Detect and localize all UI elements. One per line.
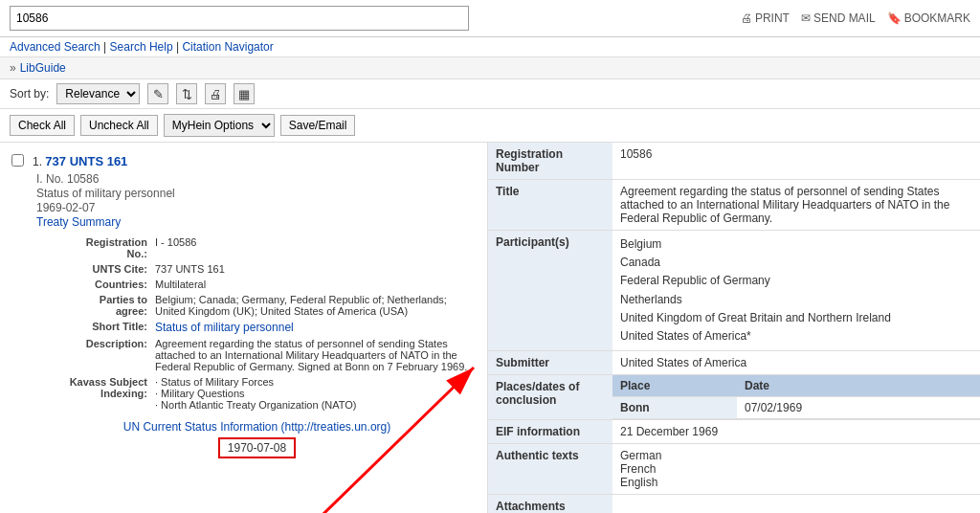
detail-table: RegistrationNo.: I - 10586 UNTS Cite: 73… bbox=[36, 234, 478, 413]
reg-no-value: I - 10586 bbox=[151, 234, 478, 261]
date-row-value: 07/02/1969 bbox=[737, 397, 980, 419]
short-title-label: Short Title: bbox=[36, 319, 151, 336]
result-title-link[interactable]: 737 UNTS 161 bbox=[45, 154, 127, 168]
reg-number-row: Registration Number 10586 bbox=[488, 143, 980, 180]
auth-texts-value: GermanFrenchEnglish bbox=[612, 444, 980, 495]
save-email-button[interactable]: Save/Email bbox=[280, 115, 356, 136]
unts-cite-value: 737 UNTS 161 bbox=[151, 261, 478, 277]
advanced-search-link[interactable]: Advanced Search bbox=[10, 40, 100, 54]
mail-icon: ✉ bbox=[801, 11, 811, 25]
result-checkbox[interactable] bbox=[11, 154, 24, 167]
auth-text-item: German bbox=[620, 449, 972, 462]
sub-nav: Advanced Search | Search Help | Citation… bbox=[0, 37, 980, 57]
auth-text-item: French bbox=[620, 462, 972, 476]
parties-value: Belgium; Canada; Germany, Federal Republ… bbox=[151, 292, 478, 319]
participant-item: United States of America* bbox=[620, 327, 972, 346]
short-title-row: Short Title: Status of military personne… bbox=[36, 319, 478, 336]
description-value: Agreement regarding the status of person… bbox=[151, 336, 478, 374]
participant-item: Belgium bbox=[620, 235, 972, 254]
bookmark-icon: 🔖 bbox=[887, 11, 902, 25]
result-item: 1. 737 UNTS 161 I. No. 10586 Status of m… bbox=[10, 150, 478, 458]
sort-select[interactable]: Relevance bbox=[56, 83, 140, 104]
submitter-row: Submitter United States of America bbox=[488, 351, 980, 375]
search-input[interactable] bbox=[10, 6, 469, 31]
short-title-value: Status of military personnel bbox=[151, 319, 478, 336]
check-all-button[interactable]: Check All bbox=[10, 115, 75, 136]
auth-text-item: English bbox=[620, 476, 972, 489]
participants-label: Participant(s) bbox=[488, 231, 612, 351]
reg-number-value: 10586 bbox=[612, 143, 980, 180]
places-row: Places/dates of conclusion Place Date Bo… bbox=[488, 375, 980, 420]
attachments-label: Attachments bbox=[488, 495, 612, 513]
print-icon: 🖨 bbox=[741, 11, 752, 25]
sort-icon-btn[interactable]: ⇅ bbox=[176, 83, 197, 104]
places-value: Place Date Bonn 07/02/1969 bbox=[612, 375, 980, 420]
participant-item: United Kingdom of Great Britain and Nort… bbox=[620, 309, 972, 327]
auth-texts-row: Authentic texts GermanFrenchEnglish bbox=[488, 444, 980, 495]
participant-item: Canada bbox=[620, 254, 972, 272]
send-mail-button[interactable]: ✉ SEND MAIL bbox=[801, 11, 876, 25]
submitter-label: Submitter bbox=[488, 351, 612, 375]
result-i-number: I. No. 10586 bbox=[36, 172, 478, 186]
print-button[interactable]: 🖨 PRINT bbox=[741, 11, 790, 25]
countries-row: Countries: Multilateral bbox=[36, 277, 478, 292]
date-col-header: Date bbox=[737, 375, 980, 397]
kavass-value: · Status of Military Forces · Military Q… bbox=[151, 374, 478, 413]
libguide-bar: » LibGuide bbox=[0, 57, 980, 79]
un-status-date: 1970-07-08 bbox=[218, 437, 296, 458]
unts-cite-label: UNTS Cite: bbox=[36, 261, 151, 277]
place-row-value: Bonn bbox=[612, 397, 737, 419]
right-panel: Registration Number 10586 Title Agreemen… bbox=[488, 143, 980, 513]
title-label: Title bbox=[488, 180, 612, 231]
reg-no-label: RegistrationNo.: bbox=[36, 234, 151, 261]
info-table: Registration Number 10586 Title Agreemen… bbox=[488, 143, 980, 513]
libguide-link[interactable]: LibGuide bbox=[20, 61, 66, 75]
title-value: Agreement regarding the status of person… bbox=[612, 180, 980, 231]
top-right-actions: 🖨 PRINT ✉ SEND MAIL 🔖 BOOKMARK bbox=[741, 11, 970, 25]
countries-value: Multilateral bbox=[151, 277, 478, 292]
top-bar: 🖨 PRINT ✉ SEND MAIL 🔖 BOOKMARK bbox=[0, 0, 980, 37]
auth-texts-label: Authentic texts bbox=[488, 444, 612, 495]
attachments-row: Attachments bbox=[488, 495, 980, 513]
description-row: Description: Agreement regarding the sta… bbox=[36, 336, 478, 374]
citation-navigator-link[interactable]: Citation Navigator bbox=[182, 40, 273, 54]
reg-number-label: Registration Number bbox=[488, 143, 612, 180]
unts-cite-row: UNTS Cite: 737 UNTS 161 bbox=[36, 261, 478, 277]
place-col-header: Place bbox=[612, 375, 737, 397]
result-short-title: Status of military personnel bbox=[36, 187, 478, 200]
parties-label: Parties toagree: bbox=[36, 292, 151, 319]
kavass-row: Kavass SubjectIndexing: · Status of Mili… bbox=[36, 374, 478, 413]
participant-item: Netherlands bbox=[620, 291, 972, 309]
un-status: UN Current Status Information (http://tr… bbox=[36, 420, 478, 458]
bookmark-button[interactable]: 🔖 BOOKMARK bbox=[887, 11, 970, 25]
title-row: Title Agreement regarding the status of … bbox=[488, 180, 980, 231]
treaty-summary-link[interactable]: Treaty Summary bbox=[36, 215, 121, 229]
short-title-link[interactable]: Status of military personnel bbox=[155, 321, 294, 334]
actions-bar: Check All Uncheck All MyHein Options Sav… bbox=[0, 109, 980, 143]
sort-by-label: Sort by: bbox=[10, 87, 49, 100]
submitter-value: United States of America bbox=[612, 351, 980, 375]
print-list-icon-btn[interactable]: 🖨 bbox=[205, 83, 226, 104]
search-help-link[interactable]: Search Help bbox=[110, 40, 173, 54]
description-label: Description: bbox=[36, 336, 151, 374]
result-number: 1. bbox=[33, 155, 42, 168]
participants-value: BelgiumCanadaFederal Republic of Germany… bbox=[612, 231, 980, 351]
myhein-select[interactable]: MyHein Options bbox=[164, 114, 275, 137]
places-label: Places/dates of conclusion bbox=[488, 375, 612, 420]
result-date: 1969-02-07 bbox=[36, 201, 478, 214]
attachments-value bbox=[612, 495, 980, 513]
grid-icon-btn[interactable]: ▦ bbox=[234, 83, 255, 104]
participants-row: Participant(s) BelgiumCanadaFederal Repu… bbox=[488, 231, 980, 351]
left-panel: 1. 737 UNTS 161 I. No. 10586 Status of m… bbox=[0, 143, 488, 513]
un-status-link[interactable]: UN Current Status Information (http://tr… bbox=[123, 420, 390, 434]
uncheck-all-button[interactable]: Uncheck All bbox=[80, 115, 158, 136]
kavass-label: Kavass SubjectIndexing: bbox=[36, 374, 151, 413]
edit-icon-btn[interactable]: ✎ bbox=[147, 83, 168, 104]
reg-no-row: RegistrationNo.: I - 10586 bbox=[36, 234, 478, 261]
participant-item: Federal Republic of Germany bbox=[620, 272, 972, 290]
sort-bar: Sort by: Relevance ✎ ⇅ 🖨 ▦ bbox=[0, 79, 980, 109]
countries-label: Countries: bbox=[36, 277, 151, 292]
eif-row: EIF information 21 December 1969 bbox=[488, 420, 980, 444]
parties-row: Parties toagree: Belgium; Canada; German… bbox=[36, 292, 478, 319]
arrows-icon: » bbox=[10, 61, 16, 75]
